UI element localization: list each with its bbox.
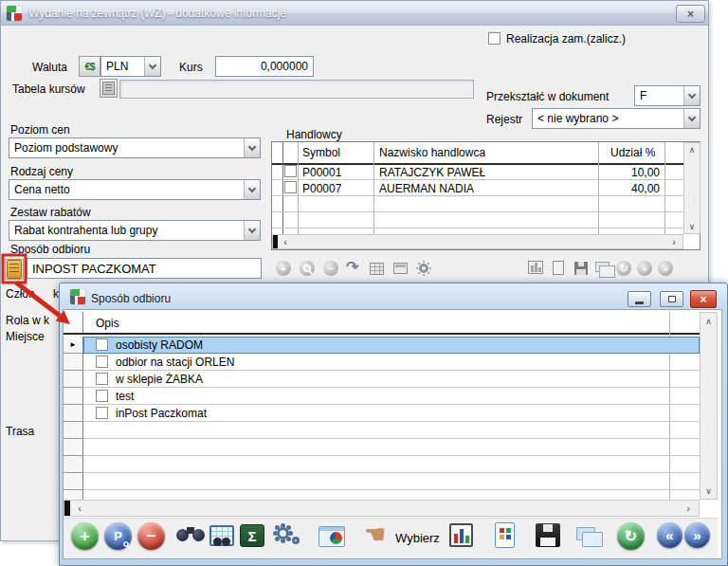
row-header: [64, 405, 83, 422]
find-binoculars-icon[interactable]: [176, 527, 205, 544]
row-label: osobisty RADOM: [116, 338, 203, 352]
row-label: odbior na stacji ORLEN: [116, 356, 234, 369]
maximize-icon: [668, 296, 676, 302]
refresh-button[interactable]: ↻: [617, 522, 645, 550]
list-row-selected[interactable]: osobisty RADOM: [83, 337, 700, 354]
row-label: test: [116, 390, 134, 403]
magnifier-icon: [123, 541, 129, 547]
hscroll-marker: [64, 501, 70, 516]
row-label: inPost Paczkomat: [116, 407, 207, 420]
search-p-icon: P: [114, 529, 122, 543]
chart-button[interactable]: [449, 523, 473, 547]
row-header: [64, 490, 83, 500]
save-button[interactable]: [536, 523, 560, 547]
wybierz-label[interactable]: Wybierz: [395, 531, 440, 545]
list-row[interactable]: test: [83, 388, 700, 405]
list-corner-cell: [64, 312, 83, 334]
dialog-logo-icon: [70, 289, 85, 304]
list-row-empty[interactable]: [83, 422, 700, 439]
close-icon: ×: [700, 293, 706, 306]
row-marker-icon: ►: [69, 340, 77, 349]
row-header: ►: [64, 337, 83, 354]
minus-icon: −: [147, 527, 156, 546]
scroll-up-icon[interactable]: ∧: [700, 315, 718, 327]
opis-column-header[interactable]: Opis: [96, 317, 119, 330]
dialog-maximize-button[interactable]: [660, 291, 683, 307]
nav-first-icon: «: [665, 527, 673, 543]
list-row-empty[interactable]: [83, 490, 700, 500]
list-row-empty[interactable]: [83, 473, 700, 490]
row-header: [64, 354, 83, 371]
list-row[interactable]: inPost Paczkomat: [83, 405, 700, 422]
nav-first-button[interactable]: «: [657, 522, 682, 548]
screenshot-root: Wydanie na zewnątrz (WZ) - dodatkowe inf…: [0, 0, 728, 566]
sigma-icon: Σ: [247, 528, 256, 544]
minimize-icon: [635, 301, 644, 304]
row-header: [64, 388, 83, 405]
plus-icon: +: [81, 527, 90, 546]
row-checkbox[interactable]: [96, 373, 108, 385]
nav-last-icon: »: [693, 527, 701, 543]
dialog-hscrollbar[interactable]: [64, 500, 700, 517]
list-row-empty[interactable]: [83, 456, 700, 473]
row-header: [64, 439, 83, 456]
search-button[interactable]: P: [104, 522, 132, 550]
list-row-empty[interactable]: [83, 439, 700, 456]
row-header: [64, 371, 83, 388]
scroll-down-icon[interactable]: ∨: [700, 484, 718, 497]
row-checkbox[interactable]: [96, 407, 108, 419]
settings-gears-icon-small: [292, 537, 300, 544]
row-header: [64, 456, 83, 473]
nav-last-button[interactable]: »: [684, 522, 710, 548]
list-row[interactable]: w sklepie ŻABKA: [83, 371, 700, 388]
row-checkbox[interactable]: [96, 338, 108, 351]
row-checkbox[interactable]: [96, 356, 108, 368]
scroll-right-icon[interactable]: ›: [682, 502, 694, 514]
copy-folders-button[interactable]: [576, 527, 595, 540]
settings-gears-icon[interactable]: [277, 527, 289, 539]
report-window-icon[interactable]: [318, 526, 345, 547]
dialog-minimize-button[interactable]: [628, 291, 651, 307]
dialog-title: Sposób odbioru: [91, 292, 171, 305]
row-label: w sklepie ŻABKA: [116, 373, 203, 386]
row-header: [64, 473, 83, 490]
formula-button[interactable]: Σ: [240, 524, 264, 547]
scroll-left-icon[interactable]: ‹: [74, 502, 85, 514]
list-row[interactable]: odbior na stacji ORLEN: [83, 354, 700, 371]
dialog-vscrollbar[interactable]: [700, 312, 718, 500]
list-header-underline: [64, 333, 700, 335]
dialog-close-button[interactable]: ×: [690, 290, 717, 308]
delete-button[interactable]: −: [137, 522, 165, 550]
row-header: [64, 422, 83, 439]
add-button[interactable]: +: [71, 522, 99, 550]
find-in-table-icon[interactable]: [209, 525, 234, 546]
row-checkbox[interactable]: [96, 390, 108, 402]
refresh-icon: ↻: [625, 527, 637, 545]
select-hand-icon[interactable]: ☚: [364, 520, 386, 549]
export-document-button[interactable]: [495, 522, 515, 548]
